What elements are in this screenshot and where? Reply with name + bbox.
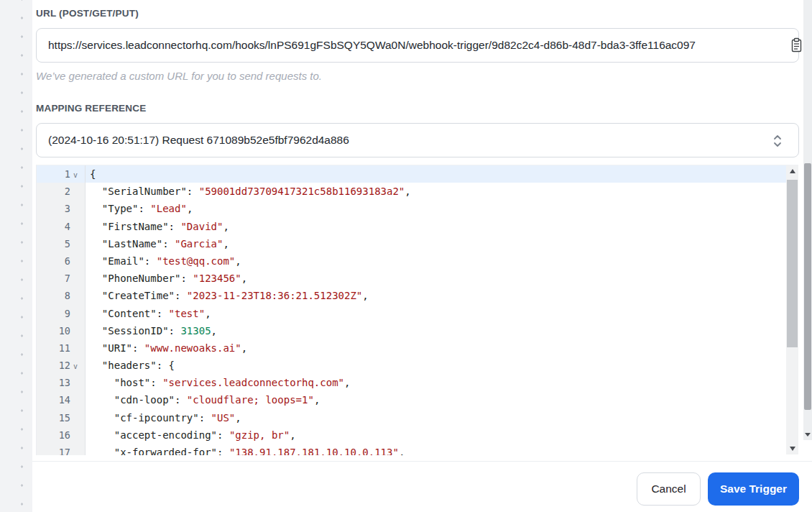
code-line: 8 "CreateTime": "2023-11-23T18:36:21.512… xyxy=(37,287,798,304)
code-line-content: "LastName": "Garcia", xyxy=(86,235,798,252)
line-number-gutter: 15 xyxy=(37,409,86,426)
line-number-gutter: 3 xyxy=(37,200,86,217)
code-line-content: "URI": "www.newoaks.ai", xyxy=(86,339,798,357)
mapping-reference-selected-value: (2024-10-16 20:51:17) Request 671089b52e… xyxy=(48,134,349,147)
save-trigger-button[interactable]: Save Trigger xyxy=(708,472,799,506)
line-number-gutter: 2 xyxy=(37,183,86,200)
code-line: 11 "URI": "www.newoaks.ai", xyxy=(37,339,798,357)
url-helper-text: We’ve generated a custom URL for you to … xyxy=(36,70,322,82)
page-scrollbar-thumb[interactable] xyxy=(804,163,811,410)
line-number-gutter: 11 xyxy=(37,339,86,357)
line-number-gutter: 9 xyxy=(37,305,86,322)
editor-scroll-down-button[interactable] xyxy=(786,443,798,454)
line-number-gutter: 13 xyxy=(37,374,86,391)
line-number-gutter: 17 xyxy=(37,444,86,455)
code-line: 4 "FirstName": "David", xyxy=(37,218,798,235)
code-line: 16 "accept-encoding": "gzip, br", xyxy=(37,426,798,444)
code-line-content: "cf-ipcountry": "US", xyxy=(86,409,798,426)
code-line: 2 "SerialNumber": "59001dd73709417321c58… xyxy=(37,183,798,200)
code-line-content: "SerialNumber": "59001dd73709417321c58b1… xyxy=(86,183,798,200)
editor-scrollbar-thumb[interactable] xyxy=(787,180,798,347)
code-line: 14 "cdn-loop": "cloudflare; loops=1", xyxy=(37,391,798,408)
code-lines: 1v{2 "SerialNumber": "59001dd73709417321… xyxy=(37,165,798,455)
line-number-gutter: 6 xyxy=(37,252,86,270)
line-number-gutter: 5 xyxy=(37,235,86,252)
mapping-reference-label: MAPPING REFERENCE xyxy=(36,103,146,114)
code-line-content: "x-forwarded-for": "138.91.187.181,10.10… xyxy=(86,444,798,455)
code-line-content: "CreateTime": "2023-11-23T18:36:21.51230… xyxy=(86,287,798,304)
code-line-content: "PhoneNumber": "123456", xyxy=(86,270,798,287)
editor-scroll-up-button[interactable] xyxy=(786,165,798,177)
copy-clipboard-icon[interactable] xyxy=(790,37,803,53)
webhook-url-input[interactable] xyxy=(36,28,799,63)
json-code-viewer[interactable]: 1v{2 "SerialNumber": "59001dd73709417321… xyxy=(36,165,798,455)
url-field-label: URL (POST/GET/PUT) xyxy=(36,8,139,19)
code-line-content: "Content": "test", xyxy=(86,305,798,322)
code-line-content: "host": "services.leadconnectorhq.com", xyxy=(86,374,798,391)
footer-divider xyxy=(32,461,812,462)
editor-scrollbar xyxy=(786,165,798,454)
line-number-gutter: 10 xyxy=(37,322,86,339)
code-line-content: "Type": "Lead", xyxy=(86,200,798,217)
code-line-content: { xyxy=(86,165,798,183)
mapping-reference-select[interactable]: (2024-10-16 20:51:17) Request 671089b52e… xyxy=(36,123,799,157)
line-number-gutter: 16 xyxy=(37,426,86,444)
line-number-gutter: 4 xyxy=(37,218,86,235)
code-line: 9 "Content": "test", xyxy=(37,305,798,322)
line-number-gutter: 12v xyxy=(37,357,86,374)
page-scrollbar xyxy=(803,0,812,440)
code-line: 15 "cf-ipcountry": "US", xyxy=(37,409,798,426)
code-line-content: "cdn-loop": "cloudflare; loops=1", xyxy=(86,391,798,408)
fold-caret-icon[interactable]: v xyxy=(70,172,80,179)
code-line: 17 "x-forwarded-for": "138.91.187.181,10… xyxy=(37,444,798,455)
dotted-background-strip xyxy=(0,0,32,512)
code-line-content: "accept-encoding": "gzip, br", xyxy=(86,426,798,444)
code-line: 5 "LastName": "Garcia", xyxy=(37,235,798,252)
line-number-gutter: 8 xyxy=(37,287,86,304)
cancel-button[interactable]: Cancel xyxy=(637,472,701,506)
line-number-gutter: 14 xyxy=(37,391,86,408)
fold-caret-icon[interactable]: v xyxy=(70,363,80,370)
line-number-gutter: 7 xyxy=(37,270,86,287)
code-line: 7 "PhoneNumber": "123456", xyxy=(37,270,798,287)
code-line: 1v{ xyxy=(37,165,798,183)
code-line-content: "Email": "test@qq.com", xyxy=(86,252,798,270)
code-line: 13 "host": "services.leadconnectorhq.com… xyxy=(37,374,798,391)
select-updown-chevron-icon xyxy=(772,133,783,152)
code-line-content: "SessionID": 31305, xyxy=(86,322,798,339)
code-line-content: "headers": { xyxy=(86,357,798,374)
code-line-content: "FirstName": "David", xyxy=(86,218,798,235)
page-scroll-down-button[interactable] xyxy=(803,430,812,439)
code-line: 12v "headers": { xyxy=(37,357,798,374)
line-number-gutter: 1v xyxy=(37,165,86,183)
code-line: 6 "Email": "test@qq.com", xyxy=(37,252,798,270)
code-line: 10 "SessionID": 31305, xyxy=(37,322,798,339)
code-line: 3 "Type": "Lead", xyxy=(37,200,798,217)
